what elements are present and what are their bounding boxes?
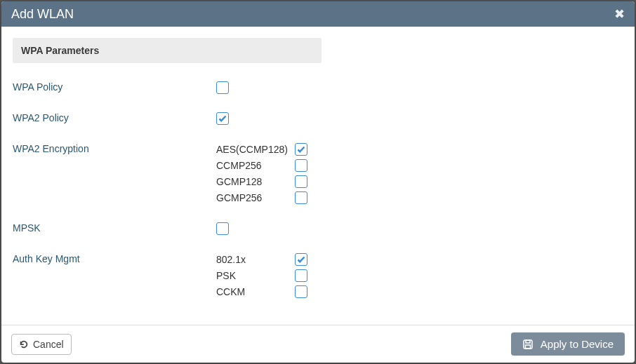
checkbox-psk[interactable]	[295, 269, 307, 282]
save-icon	[522, 339, 534, 350]
enc-label: AES(CCMP128)	[216, 144, 295, 155]
akm-label: CCKM	[216, 286, 295, 297]
close-button[interactable]: ✖	[614, 8, 625, 20]
svg-rect-1	[526, 340, 530, 343]
svg-rect-2	[525, 345, 530, 349]
checkbox-wpa-policy[interactable]	[216, 81, 229, 94]
modal-title: Add WLAN	[11, 7, 614, 22]
apply-button[interactable]: Apply to Device	[511, 332, 625, 356]
row-wpa2-policy: WPA2 Policy	[13, 112, 623, 125]
enc-option-aes-ccmp128: AES(CCMP128)	[216, 143, 307, 156]
row-wpa-policy: WPA Policy	[13, 81, 623, 94]
enc-label: CCMP256	[216, 160, 295, 171]
row-wpa2-encryption: WPA2 Encryption AES(CCMP128) CCMP256 GCM…	[13, 143, 623, 204]
row-mpsk: MPSK	[13, 222, 623, 235]
checkbox-gcmp128[interactable]	[295, 175, 307, 188]
label-wpa2-encryption: WPA2 Encryption	[13, 143, 216, 154]
enc-label: GCMP256	[216, 192, 295, 203]
checkbox-gcmp256[interactable]	[295, 191, 307, 204]
check-icon	[297, 145, 305, 154]
checkbox-cckm[interactable]	[295, 285, 307, 298]
modal-header: Add WLAN ✖	[1, 1, 635, 27]
close-icon: ✖	[614, 7, 625, 21]
label-wpa-policy: WPA Policy	[13, 81, 216, 93]
cancel-label: Cancel	[33, 339, 64, 350]
akm-option-psk: PSK	[216, 269, 307, 282]
cancel-button[interactable]: Cancel	[11, 334, 72, 355]
akm-option-8021x: 802.1x	[216, 253, 307, 266]
check-icon	[218, 114, 227, 123]
checkbox-8021x[interactable]	[295, 253, 307, 266]
checkbox-ccmp256[interactable]	[295, 159, 307, 172]
akm-label: PSK	[216, 270, 295, 281]
enc-option-gcmp256: GCMP256	[216, 191, 307, 204]
label-wpa2-policy: WPA2 Policy	[13, 112, 216, 123]
modal-footer: Cancel Apply to Device	[1, 325, 635, 363]
apply-label: Apply to Device	[541, 338, 614, 350]
akm-option-cckm: CCKM	[216, 285, 307, 298]
undo-icon	[19, 339, 29, 349]
checkbox-aes-ccmp128[interactable]	[295, 143, 307, 156]
enc-option-ccmp256: CCMP256	[216, 159, 307, 172]
akm-label: 802.1x	[216, 254, 295, 265]
add-wlan-modal: Add WLAN ✖ WPA Parameters WPA Policy WPA…	[1, 1, 635, 363]
checkbox-mpsk[interactable]	[216, 222, 229, 235]
check-icon	[297, 255, 305, 264]
section-header-wpa-parameters: WPA Parameters	[13, 38, 322, 63]
enc-label: GCMP128	[216, 176, 295, 187]
checkbox-wpa2-policy[interactable]	[216, 112, 229, 125]
row-auth-key-mgmt: Auth Key Mgmt 802.1x PSK CCKM	[13, 253, 623, 298]
label-mpsk: MPSK	[13, 222, 216, 234]
label-auth-key-mgmt: Auth Key Mgmt	[13, 253, 216, 264]
modal-body[interactable]: WPA Parameters WPA Policy WPA2 Policy WP…	[1, 27, 635, 325]
enc-option-gcmp128: GCMP128	[216, 175, 307, 188]
